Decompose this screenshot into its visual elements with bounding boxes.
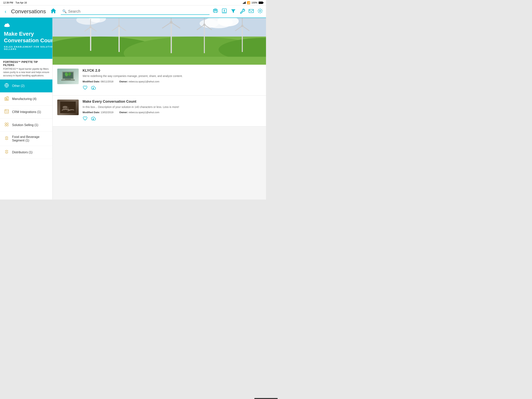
like-button-klyck[interactable] <box>82 85 88 91</box>
hero-product-desc: FORTRESS™ liquid barrier pipette tip fil… <box>3 67 49 77</box>
battery-icon <box>259 1 263 4</box>
content-area: KLYCK 2.0 We're redefining the way compa… <box>53 18 266 200</box>
search-container: 🔍 <box>61 8 209 15</box>
manufacturing-icon <box>4 96 9 102</box>
svg-point-58 <box>63 106 67 108</box>
svg-point-21 <box>200 19 218 28</box>
svg-point-12 <box>7 125 8 126</box>
sidebar-item-distributors-label: Distributors (1) <box>12 151 32 154</box>
distributors-icon <box>4 149 9 155</box>
svg-rect-50 <box>63 72 73 78</box>
sidebar-item-crm-label: CRM Integrations (1) <box>12 110 41 114</box>
svg-rect-6 <box>6 99 8 100</box>
status-date: Tue Apr 16 <box>15 1 27 4</box>
hero-subtitle: SALES ENABLEMENT FOR SOLUTION SELLERS <box>4 45 52 50</box>
svg-point-11 <box>5 125 6 126</box>
svg-rect-52 <box>65 79 71 80</box>
sidebar-item-other-label: Other (2) <box>12 84 25 88</box>
sidebar-item-manufacturing-label: Manufacturing (4) <box>12 97 36 101</box>
content-info-mecc: Make Every Conversation Count In this bo… <box>82 100 261 122</box>
tools-icon[interactable] <box>240 8 245 15</box>
download-button-klyck[interactable] <box>91 85 96 91</box>
settings-icon[interactable] <box>257 8 263 15</box>
content-actions-klyck <box>82 85 261 91</box>
content-item-klyck: KLYCK 2.0 We're redefining the way compa… <box>53 65 266 96</box>
other-icon <box>4 83 9 89</box>
svg-rect-44 <box>242 26 243 52</box>
content-meta-klyck: Modified Date: 08/11/2018 Owner: rebecca… <box>82 80 261 83</box>
svg-rect-29 <box>119 26 120 52</box>
svg-rect-34 <box>171 22 172 53</box>
food-beverage-icon <box>4 136 9 142</box>
svg-rect-24 <box>90 27 91 51</box>
content-item-mecc: Make Every Conversation Count In this bo… <box>53 96 266 127</box>
content-thumbnail-mecc <box>57 100 79 115</box>
sidebar-item-other[interactable]: Other (2) <box>0 79 52 93</box>
hero-title: Make Every Conversation Count <box>4 31 52 44</box>
download-icon[interactable] <box>222 8 227 15</box>
sidebar-item-solution-selling[interactable]: Solution Selling (1) <box>0 119 52 132</box>
svg-point-10 <box>7 123 8 124</box>
content-meta-mecc: Modified Date: 13/02/2019 Owner: rebecca… <box>82 111 261 114</box>
nav-bar: ‹ Conversations 🔍 <box>0 6 266 18</box>
hero-card-wrapper: Make Every Conversation Count SALES ENAB… <box>0 18 52 79</box>
hero-bottom: FORTRESS™ PIPETTE TIP FILTERS FORTRESS™ … <box>0 59 52 79</box>
svg-rect-4 <box>5 98 6 100</box>
signal-icon <box>243 1 246 4</box>
back-button[interactable]: ‹ <box>3 8 8 15</box>
laptop-image <box>57 69 79 84</box>
modified-date-label-klyck: Modified Date: 08/11/2018 <box>82 80 113 83</box>
sidebar-item-solution-selling-label: Solution Selling (1) <box>12 123 38 127</box>
battery-percent: 100% <box>251 1 257 4</box>
hero-image-section <box>53 18 266 65</box>
wifi-icon: 📶 <box>247 1 250 4</box>
hands-image <box>57 100 79 115</box>
upload-icon[interactable] <box>213 8 218 15</box>
svg-point-9 <box>5 123 6 124</box>
mail-icon[interactable] <box>248 8 254 15</box>
nav-actions <box>213 8 263 15</box>
status-bar-right: 📶 100% <box>243 1 263 4</box>
svg-rect-18 <box>53 57 266 65</box>
sidebar-item-distributors[interactable]: Distributors (1) <box>0 146 52 159</box>
main-layout: Make Every Conversation Count SALES ENAB… <box>0 18 266 200</box>
home-button[interactable] <box>49 7 58 17</box>
owner-label-mecc: Owner: rebecca.spary1@whut.com <box>119 111 159 114</box>
content-thumbnail-klyck <box>57 69 79 84</box>
page-title: Conversations <box>11 8 46 15</box>
content-title-mecc: Make Every Conversation Count <box>82 100 261 104</box>
crm-icon: CRM <box>4 109 9 115</box>
status-bar: 12:39 PM Tue Apr 16 📶 100% <box>0 0 266 6</box>
sidebar: Make Every Conversation Count SALES ENAB… <box>0 18 53 200</box>
solution-selling-icon <box>4 122 9 128</box>
svg-rect-1 <box>249 9 253 13</box>
filter-icon[interactable] <box>231 8 236 15</box>
svg-point-2 <box>259 10 261 12</box>
sidebar-item-crm[interactable]: CRM CRM Integrations (1) <box>0 106 52 119</box>
hero-product-name: FORTRESS™ PIPETTE TIP FILTERS <box>3 60 49 67</box>
owner-label-klyck: Owner: rebecca.spary1@whut.com <box>119 80 159 83</box>
content-desc-mecc: In this box... Description of your solut… <box>82 105 261 109</box>
content-title-klyck: KLYCK 2.0 <box>82 69 261 73</box>
modified-date-label-mecc: Modified Date: 13/02/2019 <box>82 111 113 114</box>
sidebar-item-manufacturing[interactable]: Manufacturing (4) <box>0 93 52 106</box>
svg-rect-39 <box>204 25 205 53</box>
download-button-mecc[interactable] <box>91 116 96 122</box>
status-time: 12:39 PM <box>3 1 13 4</box>
search-icon: 🔍 <box>62 9 67 13</box>
sidebar-item-food-beverage-label: Food and Beverage Segment (1) <box>12 135 49 142</box>
hero-card: Make Every Conversation Count SALES ENAB… <box>0 18 52 59</box>
cloud-icon <box>4 23 52 28</box>
like-button-mecc[interactable] <box>82 116 88 122</box>
sidebar-item-food-beverage[interactable]: Food and Beverage Segment (1) <box>0 132 52 146</box>
content-actions-mecc <box>82 116 261 122</box>
svg-text:CRM: CRM <box>5 111 8 113</box>
search-input[interactable] <box>68 9 208 14</box>
content-info-klyck: KLYCK 2.0 We're redefining the way compa… <box>82 69 261 91</box>
content-desc-klyck: We're redefining the way companies manag… <box>82 74 261 78</box>
